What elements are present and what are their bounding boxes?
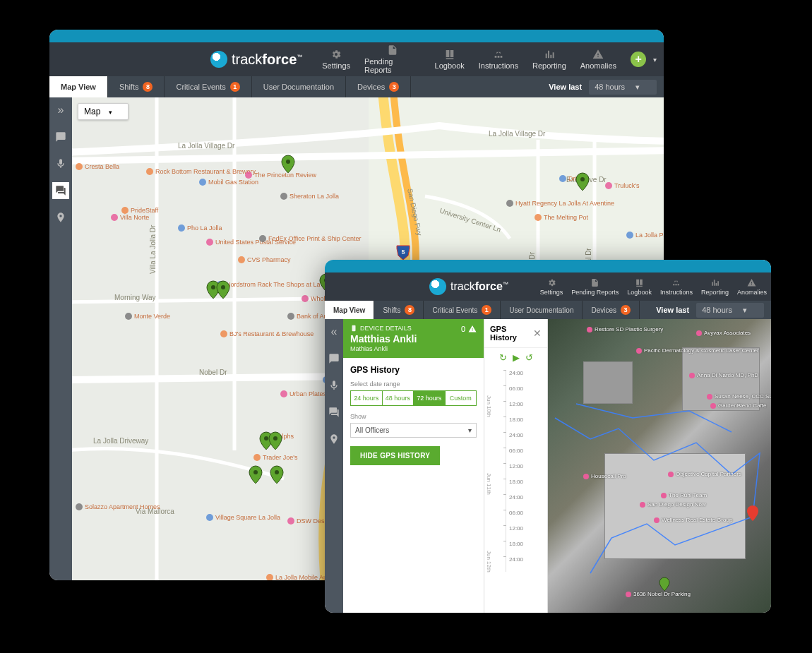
- nav-settings[interactable]: Settings: [536, 272, 568, 301]
- view-last-select[interactable]: 48 hours ▾: [589, 80, 657, 95]
- mic-icon[interactable]: [52, 155, 69, 172]
- place-icon[interactable]: [52, 209, 69, 226]
- bars-icon: [710, 278, 720, 287]
- map-poi[interactable]: BJ's Restaurant & Brewhouse: [220, 330, 314, 337]
- map-poi[interactable]: Hyatt Regency La Jolla At Aventine: [506, 200, 614, 207]
- svg-point-75: [221, 285, 225, 289]
- timeline-tick: 24:00: [506, 432, 547, 448]
- map-poi[interactable]: La Jolla Palms Apartment Homes: [626, 232, 664, 239]
- close-icon[interactable]: ✕: [533, 328, 542, 339]
- svg-text:CVS Pharmacy: CVS Pharmacy: [247, 256, 291, 263]
- play-icon[interactable]: ▶: [513, 352, 520, 363]
- sat-poi[interactable]: Pacific Dermatology & Cosmetic Laser Cen…: [636, 347, 759, 354]
- svg-text:Solazzo Apartment Homes: Solazzo Apartment Homes: [85, 503, 160, 510]
- tab-devices[interactable]: Devices3: [583, 301, 640, 319]
- refresh-icon[interactable]: ↻: [499, 352, 507, 363]
- sat-poi[interactable]: GardenBlend Caffe: [710, 402, 766, 409]
- svg-text:Monte Verde: Monte Verde: [134, 313, 170, 320]
- tab-devices[interactable]: Devices3: [346, 76, 411, 97]
- mic-icon[interactable]: [326, 377, 342, 394]
- sat-poi[interactable]: The Ruhl Team: [661, 492, 707, 498]
- tab-user-documentation[interactable]: User Documentation: [501, 301, 583, 319]
- map-poi[interactable]: Sheraton La Jolla: [280, 193, 339, 200]
- svg-point-47: [253, 454, 261, 461]
- nav-logbook[interactable]: Logbook: [623, 272, 656, 301]
- map-type-control[interactable]: Map ▾: [78, 103, 129, 120]
- svg-point-39: [220, 330, 227, 337]
- view-last-select[interactable]: 48 hours ▾: [696, 303, 764, 318]
- tab-shifts[interactable]: Shifts8: [108, 76, 165, 97]
- map-poi[interactable]: La Jolla Mobile Auto: [266, 574, 333, 580]
- timeline[interactable]: Jun 10thJun 11thJun 12th24:0006:0012:001…: [484, 367, 547, 613]
- nav-pending-reports[interactable]: Pending Reports: [567, 272, 623, 301]
- svg-point-73: [286, 160, 290, 164]
- range-label: Select date range: [350, 381, 477, 388]
- map-poi[interactable]: Village Square La Jolla: [206, 514, 280, 521]
- chat-icon[interactable]: [326, 350, 342, 367]
- map-poi[interactable]: Villa Norte: [111, 214, 149, 221]
- svg-text:Morning Way: Morning Way: [114, 294, 156, 301]
- timeline-tick: 06:00: [506, 385, 547, 401]
- svg-point-49: [206, 514, 213, 521]
- map-poi[interactable]: Solazzo Apartment Homes: [76, 503, 160, 510]
- map-poi[interactable]: FedEx Office Print & Ship Center: [259, 235, 361, 242]
- tab-shifts[interactable]: Shifts8: [374, 301, 424, 319]
- nav-pending-reports[interactable]: Pending Reports: [357, 42, 428, 76]
- sat-poi[interactable]: 3636 Nobel Dr Parking: [626, 591, 691, 597]
- chat-icon[interactable]: [52, 128, 69, 145]
- range-custom[interactable]: Custom: [446, 390, 477, 406]
- detail-title: Matthias Ankli: [350, 333, 477, 345]
- guard-pin[interactable]: [659, 577, 669, 591]
- collapse-rail-button[interactable]: «: [326, 323, 342, 340]
- tab-critical-events[interactable]: Critical Events1: [424, 301, 501, 319]
- sat-poi[interactable]: Wellness Real Estate Group: [654, 517, 732, 523]
- window-titlebar: [325, 260, 771, 272]
- range-24-hours[interactable]: 24 hours: [350, 390, 383, 406]
- nav-instructions[interactable]: Instructions: [472, 42, 525, 76]
- messages-icon[interactable]: [52, 182, 69, 199]
- view-last-control: View last 48 hours ▾: [542, 80, 664, 95]
- nav-settings[interactable]: Settings: [315, 42, 357, 76]
- tab-user-documentation[interactable]: User Documentation: [252, 76, 346, 97]
- map-poi[interactable]: Truluck's: [605, 182, 640, 189]
- sat-poi[interactable]: Susan Neese, CCC SLP: [707, 393, 771, 400]
- range-48-hours[interactable]: 48 hours: [383, 390, 414, 406]
- nav-reporting[interactable]: Reporting: [697, 272, 733, 301]
- sat-poi[interactable]: Avyvax Associates: [696, 330, 751, 336]
- tree-icon: [671, 278, 681, 287]
- tab-map-view[interactable]: Map View: [325, 301, 374, 319]
- sat-poi[interactable]: Objective Capital Partners: [668, 471, 741, 477]
- range-72-hours[interactable]: 72 hours: [414, 390, 446, 406]
- messages-icon[interactable]: [326, 404, 342, 421]
- add-button[interactable]: +: [631, 52, 646, 67]
- dropdown-caret-icon[interactable]: ▾: [653, 56, 657, 64]
- doc-icon: [590, 278, 599, 287]
- expand-rail-button[interactable]: »: [52, 102, 69, 119]
- sat-poi[interactable]: Anna Di Nardo MD, PhD: [689, 372, 758, 378]
- show-select[interactable]: All Officers▾: [350, 423, 477, 438]
- map-poi[interactable]: Mobil Gas Station: [199, 179, 258, 186]
- current-location-pin[interactable]: [747, 505, 758, 521]
- map-poi[interactable]: The Princeton Review: [245, 172, 317, 179]
- gps-panel-header: GPS History ✕: [484, 319, 547, 348]
- nav-anomalies[interactable]: Anomalies: [733, 272, 771, 301]
- tab-map-view[interactable]: Map View: [49, 76, 108, 97]
- map-poi[interactable]: PrideStaff: [121, 207, 159, 214]
- map-poi[interactable]: Rock Bottom Restaurant & Brewery: [146, 168, 256, 175]
- svg-text:Villa La Jolla Dr: Villa La Jolla Dr: [149, 224, 157, 274]
- nav-instructions[interactable]: Instructions: [656, 272, 697, 301]
- sat-poi[interactable]: San Diego Design Now: [640, 501, 706, 508]
- place-icon[interactable]: [326, 431, 342, 448]
- sat-poi[interactable]: Housecall Pro: [583, 473, 626, 479]
- nav-logbook[interactable]: Logbook: [428, 42, 472, 76]
- svg-text:BJ's Restaurant & Brewhouse: BJ's Restaurant & Brewhouse: [229, 330, 314, 337]
- tab-critical-events[interactable]: Critical Events1: [165, 76, 251, 97]
- hide-gps-button[interactable]: HIDE GPS HISTORY: [350, 446, 440, 465]
- svg-text:La Jolla Village Dr: La Jolla Village Dr: [178, 142, 235, 150]
- satellite-map[interactable]: Restore SD Plastic SurgeryAvyvax Associa…: [548, 319, 771, 613]
- sat-poi[interactable]: Restore SD Plastic Surgery: [587, 326, 663, 333]
- book-icon: [444, 49, 455, 60]
- nav-anomalies[interactable]: Anomalies: [573, 42, 623, 76]
- nav-reporting[interactable]: Reporting: [525, 42, 573, 76]
- cycle-icon[interactable]: ↺: [525, 352, 533, 363]
